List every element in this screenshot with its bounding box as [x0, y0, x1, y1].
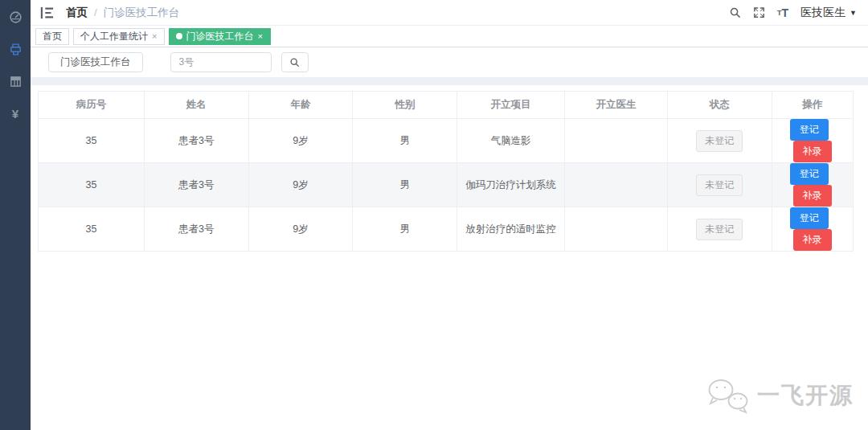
- dashboard-icon[interactable]: [0, 7, 31, 27]
- fullscreen-icon[interactable]: [753, 6, 765, 18]
- table-row: 35 患者3号 9岁 男 伽玛刀治疗计划系统 未登记 登记 补录: [39, 163, 854, 207]
- divider-strip: [31, 77, 868, 85]
- breadcrumb-separator: /: [94, 6, 97, 18]
- cell-actions: 登记 补录: [772, 163, 853, 207]
- register-button[interactable]: 登记: [790, 163, 829, 185]
- tab-close-icon[interactable]: ×: [256, 32, 263, 41]
- table-icon[interactable]: [0, 72, 31, 91]
- tab-label: 首页: [43, 30, 62, 43]
- col-name: 姓名: [144, 92, 248, 119]
- toolbar: 门诊医技工作台: [31, 47, 868, 77]
- cell-item: 放射治疗的适时监控: [457, 207, 565, 252]
- cell-status: 未登记: [667, 207, 772, 252]
- caret-down-icon: ▼: [850, 9, 857, 17]
- status-badge: 未登记: [696, 174, 743, 196]
- breadcrumb-home[interactable]: 首页: [66, 6, 88, 20]
- tab-home[interactable]: 首页: [35, 28, 69, 45]
- cell-record-no: 35: [39, 207, 145, 252]
- main-area: 首页 / 门诊医技工作台 TT: [31, 0, 868, 430]
- cell-item: 伽玛刀治疗计划系统: [457, 163, 565, 207]
- cell-gender: 男: [353, 207, 457, 252]
- register-button[interactable]: 登记: [790, 119, 829, 141]
- supplement-button[interactable]: 补录: [793, 229, 832, 251]
- sidebar: ¥: [0, 0, 31, 430]
- printer-icon[interactable]: [0, 39, 31, 59]
- breadcrumb: 首页 / 门诊医技工作台: [66, 6, 179, 20]
- navbar: 首页 / 门诊医技工作台 TT: [31, 0, 868, 26]
- cell-name: 患者3号: [144, 163, 248, 207]
- col-age: 年龄: [248, 92, 353, 119]
- navbar-right: TT 医技医生 ▼: [729, 6, 857, 20]
- supplement-button[interactable]: 补录: [793, 185, 832, 207]
- cell-actions: 登记 补录: [772, 207, 853, 252]
- font-size-big-t: T: [782, 6, 789, 19]
- hamburger-icon[interactable]: [40, 6, 55, 19]
- workstation-title-button[interactable]: 门诊医技工作台: [48, 52, 143, 72]
- patients-table-wrap: 病历号 姓名 年龄 性别 开立项目 开立医生 状态 操作 35: [38, 91, 854, 252]
- cell-name: 患者3号: [144, 207, 248, 252]
- cell-gender: 男: [353, 119, 457, 163]
- table-row: 35 患者3号 9岁 男 放射治疗的适时监控 未登记 登记 补录: [39, 207, 854, 252]
- tabs-bar: 首页 个人工作量统计 × 门诊医技工作台 ×: [31, 26, 868, 47]
- cell-name: 患者3号: [144, 119, 248, 163]
- breadcrumb-current: 门诊医技工作台: [104, 6, 180, 20]
- col-record-no: 病历号: [39, 92, 145, 119]
- search-icon[interactable]: [729, 6, 741, 18]
- cell-doctor: [565, 119, 668, 163]
- cell-item: 气脑造影: [457, 119, 565, 163]
- yuan-glyph: ¥: [12, 107, 18, 121]
- register-button[interactable]: 登记: [790, 207, 829, 229]
- cell-age: 9岁: [248, 163, 353, 207]
- status-badge: 未登记: [696, 130, 743, 152]
- cell-record-no: 35: [39, 163, 145, 207]
- tab-label: 门诊医技工作台: [186, 30, 253, 43]
- col-item: 开立项目: [457, 92, 565, 119]
- cell-doctor: [565, 207, 668, 252]
- col-gender: 性别: [353, 92, 457, 119]
- cell-doctor: [565, 163, 668, 207]
- app-root: ¥ 首页 / 门诊医技工作台: [0, 0, 868, 430]
- status-badge: 未登记: [696, 219, 743, 240]
- col-status: 状态: [667, 92, 772, 119]
- cell-record-no: 35: [39, 119, 145, 163]
- user-dropdown[interactable]: 医技医生 ▼: [800, 6, 857, 20]
- tab-outpatient-workstation[interactable]: 门诊医技工作台 ×: [169, 28, 270, 45]
- user-name: 医技医生: [800, 6, 845, 20]
- cell-actions: 登记 补录: [772, 119, 853, 163]
- tab-personal-workload[interactable]: 个人工作量统计 ×: [73, 28, 165, 45]
- magnifier-icon: [289, 57, 300, 68]
- content-area: 病历号 姓名 年龄 性别 开立项目 开立医生 状态 操作 35: [31, 85, 868, 430]
- font-size-icon[interactable]: TT: [777, 6, 788, 19]
- cell-status: 未登记: [667, 119, 772, 163]
- cell-status: 未登记: [667, 163, 772, 207]
- patients-table: 病历号 姓名 年龄 性别 开立项目 开立医生 状态 操作 35: [38, 91, 854, 252]
- table-header-row: 病历号 姓名 年龄 性别 开立项目 开立医生 状态 操作: [39, 92, 854, 119]
- tab-close-icon[interactable]: ×: [151, 32, 158, 41]
- cell-age: 9岁: [248, 119, 353, 163]
- active-dot-icon: [176, 33, 182, 39]
- tab-label: 个人工作量统计: [80, 30, 148, 43]
- search-button[interactable]: [281, 52, 309, 72]
- cell-age: 9岁: [248, 207, 353, 252]
- yuan-icon[interactable]: ¥: [0, 104, 31, 123]
- col-doctor: 开立医生: [565, 92, 668, 119]
- supplement-button[interactable]: 补录: [793, 141, 832, 162]
- table-row: 35 患者3号 9岁 男 气脑造影 未登记 登记 补录: [39, 119, 854, 163]
- search-input[interactable]: [170, 52, 272, 72]
- cell-gender: 男: [353, 163, 457, 207]
- col-actions: 操作: [772, 92, 853, 119]
